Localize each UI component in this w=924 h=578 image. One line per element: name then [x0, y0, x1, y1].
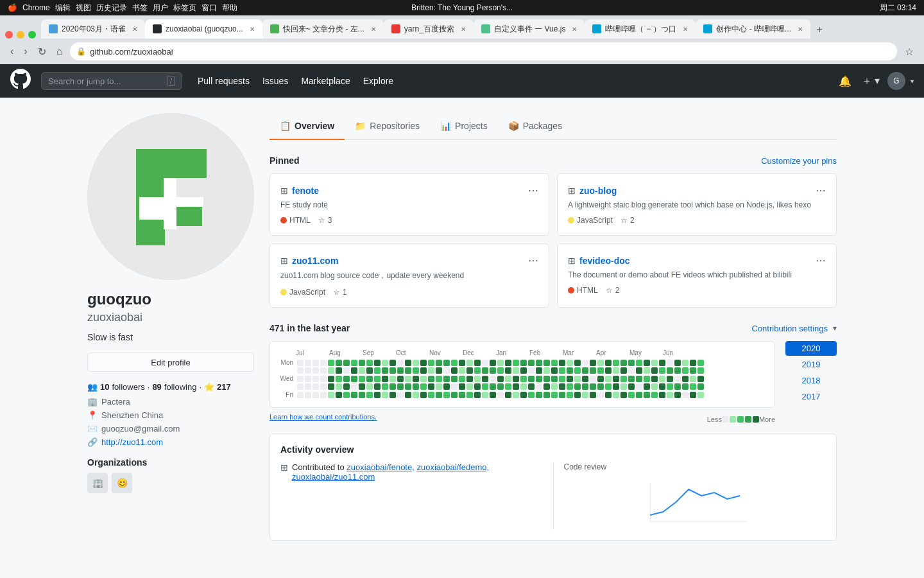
day-cell[interactable]: [505, 360, 511, 366]
day-cell[interactable]: [574, 376, 581, 382]
tab-1-close[interactable]: ✕: [132, 26, 137, 33]
day-cell[interactable]: [682, 360, 689, 366]
day-cell[interactable]: [366, 383, 373, 390]
day-cell[interactable]: [582, 360, 588, 366]
repo-name-fevideo[interactable]: fevideo-doc: [579, 256, 630, 266]
day-cell[interactable]: [328, 392, 334, 398]
day-cell[interactable]: [559, 367, 565, 374]
close-traffic-light[interactable]: [5, 31, 13, 39]
day-cell[interactable]: [482, 376, 488, 382]
day-cell[interactable]: [567, 367, 573, 374]
day-cell[interactable]: [328, 367, 334, 374]
day-cell[interactable]: [690, 392, 696, 398]
day-cell[interactable]: [667, 367, 673, 374]
day-cell[interactable]: [605, 376, 612, 382]
year-2020-button[interactable]: 2020: [785, 341, 837, 356]
day-cell[interactable]: [520, 376, 527, 382]
day-cell[interactable]: [397, 367, 404, 374]
day-cell[interactable]: [551, 367, 558, 374]
day-cell[interactable]: [697, 376, 704, 382]
more-btn-3[interactable]: ⋯: [528, 254, 538, 267]
day-cell[interactable]: [305, 376, 311, 382]
day-cell[interactable]: [443, 360, 450, 366]
tab-packages[interactable]: 📦 Packages: [498, 113, 572, 140]
tab-7-close[interactable]: ✕: [798, 26, 803, 33]
day-cell[interactable]: [405, 376, 411, 382]
org-avatar-2[interactable]: 😊: [112, 473, 132, 493]
day-cell[interactable]: [413, 360, 419, 366]
day-cell[interactable]: [636, 376, 642, 382]
day-cell[interactable]: [305, 392, 311, 398]
day-cell[interactable]: [613, 360, 619, 366]
day-cell[interactable]: [374, 392, 381, 398]
day-cell[interactable]: [366, 376, 373, 382]
day-cell[interactable]: [343, 392, 350, 398]
day-cell[interactable]: [559, 376, 565, 382]
search-box[interactable]: Search or jump to... /: [41, 72, 182, 90]
day-cell[interactable]: [328, 376, 334, 382]
day-cell[interactable]: [312, 383, 319, 390]
tab-5-close[interactable]: ✕: [572, 26, 577, 33]
day-cell[interactable]: [351, 367, 357, 374]
org-avatar-1[interactable]: 🏢: [87, 473, 108, 493]
day-cell[interactable]: [382, 383, 388, 390]
day-cell[interactable]: [297, 360, 304, 366]
day-cell[interactable]: [644, 392, 650, 398]
day-cell[interactable]: [613, 367, 619, 374]
day-cell[interactable]: [374, 367, 381, 374]
day-cell[interactable]: [605, 367, 612, 374]
day-cell[interactable]: [590, 367, 596, 374]
day-cell[interactable]: [474, 376, 481, 382]
day-cell[interactable]: [513, 367, 519, 374]
customize-pins-link[interactable]: Customize your pins: [761, 156, 837, 166]
day-cell[interactable]: [351, 383, 357, 390]
day-cell[interactable]: [697, 360, 704, 366]
nav-pull-requests[interactable]: Pull requests: [193, 73, 255, 89]
day-cell[interactable]: [374, 383, 381, 390]
day-cell[interactable]: [574, 392, 581, 398]
day-cell[interactable]: [382, 367, 388, 374]
day-cell[interactable]: [536, 392, 542, 398]
day-cell[interactable]: [490, 367, 496, 374]
day-cell[interactable]: [474, 392, 481, 398]
tab-overview[interactable]: 📋 Overview: [270, 113, 345, 140]
day-cell[interactable]: [320, 383, 327, 390]
address-bar[interactable]: 🔒 github.com/zuoxiaobai: [70, 42, 897, 60]
day-cell[interactable]: [405, 392, 411, 398]
day-cell[interactable]: [451, 376, 458, 382]
edit-profile-button[interactable]: Edit profile: [87, 353, 254, 372]
day-cell[interactable]: [620, 360, 627, 366]
day-cell[interactable]: [420, 360, 427, 366]
day-cell[interactable]: [597, 376, 604, 382]
tab-7[interactable]: 创作中心 - 哔哩哔哩... ✕: [696, 19, 810, 39]
day-cell[interactable]: [428, 392, 434, 398]
day-cell[interactable]: [397, 376, 404, 382]
day-cell[interactable]: [551, 392, 558, 398]
day-cell[interactable]: [351, 360, 357, 366]
day-cell[interactable]: [420, 383, 427, 390]
reload-button[interactable]: ↻: [35, 43, 49, 60]
day-cell[interactable]: [443, 376, 450, 382]
day-cell[interactable]: [336, 383, 342, 390]
day-cell[interactable]: [559, 383, 565, 390]
day-cell[interactable]: [690, 367, 696, 374]
day-cell[interactable]: [343, 383, 350, 390]
tab-projects[interactable]: 📊 Projects: [430, 113, 498, 140]
day-cell[interactable]: [620, 383, 627, 390]
day-cell[interactable]: [620, 392, 627, 398]
day-cell[interactable]: [328, 383, 334, 390]
day-cell[interactable]: [466, 376, 473, 382]
day-cell[interactable]: [312, 367, 319, 374]
day-cell[interactable]: [590, 376, 596, 382]
day-cell[interactable]: [528, 376, 535, 382]
day-cell[interactable]: [582, 392, 588, 398]
day-cell[interactable]: [597, 392, 604, 398]
day-cell[interactable]: [543, 392, 550, 398]
year-2019-button[interactable]: 2019: [785, 357, 837, 372]
bookmark-star-button[interactable]: ☆: [902, 43, 916, 60]
day-cell[interactable]: [382, 360, 388, 366]
contrib-repo-2[interactable]: zuoxiaobai/fedemo,: [416, 462, 489, 472]
day-cell[interactable]: [397, 383, 404, 390]
day-cell[interactable]: [674, 383, 681, 390]
day-cell[interactable]: [528, 367, 535, 374]
